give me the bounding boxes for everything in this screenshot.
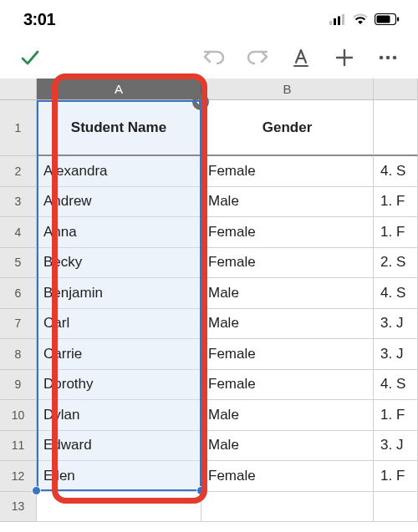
row-header[interactable]: 5 (0, 248, 37, 279)
cell[interactable]: 1. F (374, 461, 418, 492)
cell[interactable]: Carrie (37, 339, 201, 370)
table-row: 4 Anna Female 1. F (0, 217, 418, 248)
row-header[interactable]: 13 (0, 492, 37, 523)
table-row: 6 Benjamin Male 4. S (0, 278, 418, 309)
cellular-icon (329, 14, 346, 25)
cell[interactable]: 4. S (374, 370, 418, 401)
column-resize-handle-icon[interactable] (192, 94, 209, 110)
spreadsheet: A B 1 Student Name Gender 2 Alexandra Fe… (0, 79, 418, 522)
cell[interactable]: Gender (201, 100, 374, 156)
cell[interactable]: Male (201, 400, 374, 431)
cell[interactable]: Female (201, 461, 374, 492)
cell[interactable]: Becky (37, 248, 201, 279)
table-row: 3 Andrew Male 1. F (0, 187, 418, 218)
svg-point-10 (380, 56, 384, 60)
cell[interactable] (374, 100, 418, 156)
cell[interactable]: Male (201, 309, 374, 340)
cell[interactable]: 4. S (374, 278, 418, 309)
cell[interactable]: 3. J (374, 339, 418, 370)
row-header[interactable]: 2 (0, 156, 37, 187)
cell[interactable]: 1. F (374, 217, 418, 248)
cell[interactable] (201, 492, 374, 523)
cell[interactable]: 1. F (374, 400, 418, 431)
column-header-b[interactable]: B (201, 79, 374, 100)
cell[interactable]: Female (201, 217, 374, 248)
row-header[interactable]: 1 (0, 100, 37, 156)
cell[interactable]: Female (201, 339, 374, 370)
table-row: 8 Carrie Female 3. J (0, 339, 418, 370)
cell[interactable]: Carl (37, 309, 201, 340)
svg-rect-1 (334, 18, 336, 25)
cell[interactable]: Female (201, 370, 374, 401)
cell[interactable]: 4. S (374, 156, 418, 187)
row-header[interactable]: 3 (0, 187, 37, 218)
svg-rect-6 (397, 18, 399, 22)
wifi-icon (352, 13, 369, 25)
row-header[interactable]: 8 (0, 339, 37, 370)
cell[interactable]: Student Name (37, 100, 201, 156)
column-header-a[interactable]: A (37, 79, 201, 100)
cell[interactable]: Alexandra (37, 156, 201, 187)
cell[interactable]: 3. J (374, 309, 418, 340)
svg-rect-5 (377, 16, 390, 23)
status-bar: 3:01 (0, 0, 418, 37)
cell[interactable] (37, 492, 201, 523)
table-row: 10 Dylan Male 1. F (0, 400, 418, 431)
rows: 1 Student Name Gender 2 Alexandra Female… (0, 100, 418, 522)
cell[interactable]: Edward (37, 431, 201, 462)
svg-point-12 (393, 56, 397, 60)
confirm-button[interactable] (12, 39, 48, 76)
row-header[interactable]: 11 (0, 431, 37, 462)
cell[interactable]: Dorothy (37, 370, 201, 401)
add-button[interactable] (326, 39, 363, 76)
row-header[interactable]: 6 (0, 278, 37, 309)
cell[interactable]: Male (201, 187, 374, 218)
column-header-c[interactable] (374, 79, 418, 100)
toolbar (0, 37, 418, 79)
table-row: 5 Becky Female 2. S (0, 248, 418, 279)
table-row: 1 Student Name Gender (0, 100, 418, 156)
row-header[interactable]: 7 (0, 309, 37, 340)
select-all-corner[interactable] (0, 79, 37, 100)
cell[interactable]: Dylan (37, 400, 201, 431)
table-row: 7 Carl Male 3. J (0, 309, 418, 340)
cell[interactable]: Male (201, 431, 374, 462)
table-row: 2 Alexandra Female 4. S (0, 156, 418, 187)
cell[interactable]: Ellen (37, 461, 201, 492)
svg-rect-3 (342, 14, 344, 25)
cell[interactable]: Andrew (37, 187, 201, 218)
cell[interactable]: 2. S (374, 248, 418, 279)
row-header[interactable]: 9 (0, 370, 37, 401)
redo-button[interactable] (239, 39, 276, 76)
svg-point-11 (386, 56, 390, 60)
status-time: 3:01 (23, 10, 55, 29)
cell[interactable] (374, 492, 418, 523)
row-header[interactable]: 12 (0, 461, 37, 492)
selection-handle-icon[interactable] (32, 486, 41, 495)
more-button[interactable] (370, 39, 406, 76)
table-row: 11 Edward Male 3. J (0, 431, 418, 462)
column-headers: A B (0, 79, 418, 100)
svg-rect-0 (329, 21, 332, 25)
table-row: 12 Ellen Female 1. F (0, 461, 418, 492)
table-row: 13 (0, 492, 418, 523)
battery-icon (375, 13, 400, 25)
undo-button[interactable] (196, 39, 232, 76)
cell[interactable]: Anna (37, 217, 201, 248)
cell[interactable]: 1. F (374, 187, 418, 218)
selection-handle-icon[interactable] (196, 486, 206, 495)
cell[interactable]: 3. J (374, 431, 418, 462)
cell[interactable]: Benjamin (37, 278, 201, 309)
text-format-button[interactable] (283, 39, 319, 76)
row-header[interactable]: 10 (0, 400, 37, 431)
cell[interactable]: Male (201, 278, 374, 309)
cell[interactable]: Female (201, 248, 374, 279)
status-icons (329, 13, 400, 25)
svg-rect-2 (338, 16, 340, 25)
cell[interactable]: Female (201, 156, 374, 187)
row-header[interactable]: 4 (0, 217, 37, 248)
table-row: 9 Dorothy Female 4. S (0, 370, 418, 401)
